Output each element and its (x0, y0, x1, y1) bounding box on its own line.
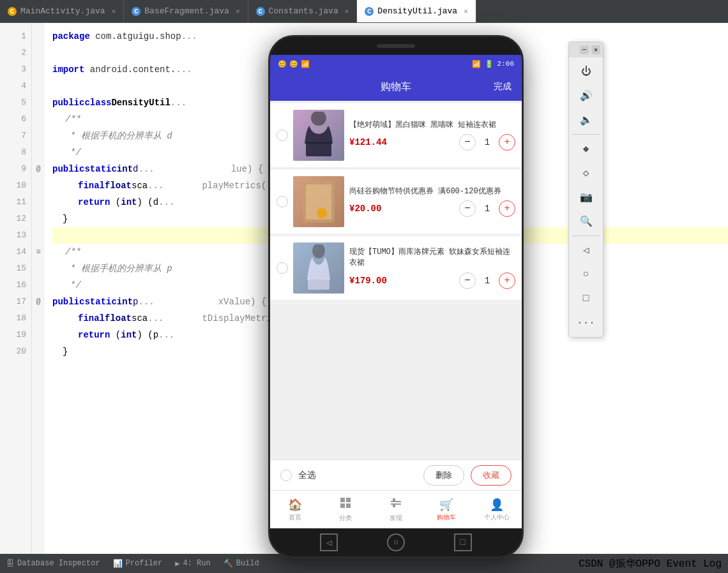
profile-icon: 👤 (490, 498, 504, 512)
cart-item-qty-2: − 1 + (459, 200, 515, 217)
toolbar-power-btn[interactable]: ⏻ (576, 61, 596, 82)
tab-bar: C MainActivity.java ✕ C BaseFragment.jav… (0, 0, 728, 23)
tab-close-constants[interactable]: ✕ (345, 7, 349, 15)
svg-rect-6 (308, 278, 330, 290)
status-run[interactable]: ▶ 4: Run (175, 559, 210, 569)
nav-item-home[interactable]: 🏠 首页 (270, 498, 321, 522)
cart-item-1: 【绝对萌域】黑白猫咪 黑喵咪 短袖连衣裙 ¥121.44 − 1 + (270, 103, 522, 167)
cart-item-price-1: ¥121.44 (349, 137, 387, 147)
nav-item-category[interactable]: 分类 (321, 496, 371, 523)
status-profiler[interactable]: 📊 Profiler (113, 559, 163, 569)
svg-rect-14 (393, 505, 395, 507)
cart-item-info-1: 【绝对萌域】黑白猫咪 黑喵咪 短袖连衣裙 ¥121.44 − 1 + (349, 120, 515, 151)
app-bar-action[interactable]: 完成 (494, 81, 512, 93)
qty-plus-3[interactable]: + (499, 272, 515, 289)
toolbar-more-btn[interactable]: ··· (576, 313, 596, 333)
qty-plus-1[interactable]: + (499, 134, 515, 151)
phone-top-bar (270, 37, 522, 55)
tab-densityutil[interactable]: C DensityUtil.java ✕ (357, 0, 476, 22)
tab-icon-constants: C (256, 7, 265, 16)
qty-minus-1[interactable]: − (459, 134, 476, 151)
toolbar-diamond-outline-btn[interactable]: ◇ (576, 163, 596, 183)
nav-item-cart[interactable]: 🛒 购物车 (421, 498, 471, 522)
cart-item-2: 尚硅谷购物节特供优惠券 满600-120优惠券 ¥20.00 − 1 + (270, 170, 522, 234)
tab-basefragment[interactable]: C BaseFragment.java ✕ (124, 0, 248, 22)
toolbar-title-bar: ─ ✕ (569, 42, 603, 57)
status-build[interactable]: 🔨 Build (224, 559, 259, 569)
cart-item-img-2 (293, 176, 344, 227)
select-all-label: 全选 (298, 470, 316, 481)
nav-item-profile[interactable]: 👤 个人中心 (471, 498, 522, 522)
svg-rect-10 (346, 503, 351, 508)
tab-icon-mainactivity: C (8, 7, 17, 16)
recent-button[interactable]: □ (454, 533, 472, 551)
qty-num-2: 1 (481, 204, 494, 214)
svg-point-5 (312, 244, 325, 258)
db-inspector-icon: 🗄 (6, 559, 14, 569)
toolbar-camera-btn[interactable]: 📷 (576, 187, 596, 207)
svg-rect-1 (306, 142, 331, 156)
cart-item-image-3 (293, 242, 344, 294)
cart-item-image-1 (293, 110, 344, 161)
select-all-checkbox[interactable] (280, 470, 292, 481)
nav-item-discover[interactable]: 发现 (371, 496, 421, 523)
svg-rect-12 (391, 503, 401, 505)
phone-speaker (377, 44, 415, 48)
home-button[interactable]: ○ (387, 533, 405, 551)
svg-rect-9 (340, 503, 345, 508)
toolbar-minimize[interactable]: ─ (580, 45, 589, 54)
cart-item-checkbox-1[interactable] (277, 130, 288, 141)
tab-close-densityutil[interactable]: ✕ (464, 7, 468, 15)
phone-status-bar: 😊 😊 📶 📶 🔋 2:06 (270, 55, 522, 73)
qty-plus-2[interactable]: + (499, 200, 515, 217)
tab-icon-densityutil: C (365, 7, 374, 16)
qty-minus-2[interactable]: − (459, 200, 476, 217)
phone-content: 【绝对萌域】黑白猫咪 黑喵咪 短袖连衣裙 ¥121.44 − 1 + (270, 101, 522, 490)
home-icon: 🏠 (288, 498, 302, 512)
collect-button[interactable]: 收藏 (471, 465, 512, 486)
cart-item-3: 现货【TUMO】雨库洛牌元素 软妹森女系短袖连衣裙 ¥179.00 − 1 + (270, 236, 522, 300)
build-icon: 🔨 (224, 559, 233, 569)
cart-item-price-3: ¥179.00 (349, 276, 387, 286)
nav-label-cart: 购物车 (437, 513, 456, 522)
cart-item-price-2: ¥20.00 (349, 204, 381, 214)
back-button[interactable]: ◁ (320, 533, 338, 551)
cart-icon: 🛒 (439, 498, 453, 512)
tab-constants[interactable]: C Constants.java ✕ (248, 0, 358, 22)
toolbar-diamond-btn[interactable]: ◆ (576, 138, 596, 159)
toolbar-volume-up-btn[interactable]: 🔊 (576, 86, 596, 106)
phone-container: 😊 😊 📶 📶 🔋 2:06 购物车 完成 (268, 35, 524, 558)
toolbar-circle-btn[interactable]: ○ (576, 264, 596, 285)
status-db-inspector[interactable]: 🗄 Database Inspector (6, 559, 100, 569)
status-right: CSDN @振华OPPO Event Log (579, 557, 722, 570)
toolbar-divider-1 (572, 134, 599, 135)
cart-item-info-3: 现货【TUMO】雨库洛牌元素 软妹森女系短袖连衣裙 ¥179.00 − 1 + (349, 247, 515, 289)
cart-item-checkbox-2[interactable] (277, 196, 288, 207)
cart-item-name-3: 现货【TUMO】雨库洛牌元素 软妹森女系短袖连衣裙 (349, 247, 515, 269)
svg-point-4 (317, 208, 327, 218)
toolbar-square-btn[interactable]: □ (576, 288, 596, 309)
toolbar-close[interactable]: ✕ (591, 45, 600, 54)
svg-rect-7 (340, 498, 345, 502)
phone-nav-bar: 🏠 首页 分类 (270, 490, 522, 528)
discover-icon (390, 496, 402, 512)
toolbar-volume-down-btn[interactable]: 🔈 (576, 110, 596, 130)
phone-status-right: 📶 🔋 2:06 (472, 60, 514, 68)
tab-mainactivity[interactable]: C MainActivity.java ✕ (0, 0, 124, 22)
phone-body: 😊 😊 📶 📶 🔋 2:06 购物车 完成 (268, 35, 524, 558)
qty-num-3: 1 (481, 276, 494, 286)
cart-item-checkbox-3[interactable] (277, 262, 288, 274)
toolbar-back-btn[interactable]: ◁ (576, 240, 596, 260)
tab-close-basefragment[interactable]: ✕ (236, 7, 240, 15)
cart-item-qty-3: − 1 + (459, 272, 515, 289)
cart-item-name-1: 【绝对萌域】黑白猫咪 黑喵咪 短袖连衣裙 (349, 120, 515, 131)
qty-minus-3[interactable]: − (459, 272, 476, 289)
toolbar-zoom-btn[interactable]: 🔍 (576, 211, 596, 232)
svg-rect-8 (346, 498, 351, 502)
delete-button[interactable]: 删除 (423, 465, 464, 486)
phone-bottom-actions: 全选 删除 收藏 (270, 459, 522, 490)
cart-item-img-1 (293, 110, 344, 161)
profiler-icon: 📊 (113, 559, 123, 569)
app-bar: 购物车 完成 (270, 73, 522, 101)
tab-close-mainactivity[interactable]: ✕ (112, 7, 116, 15)
